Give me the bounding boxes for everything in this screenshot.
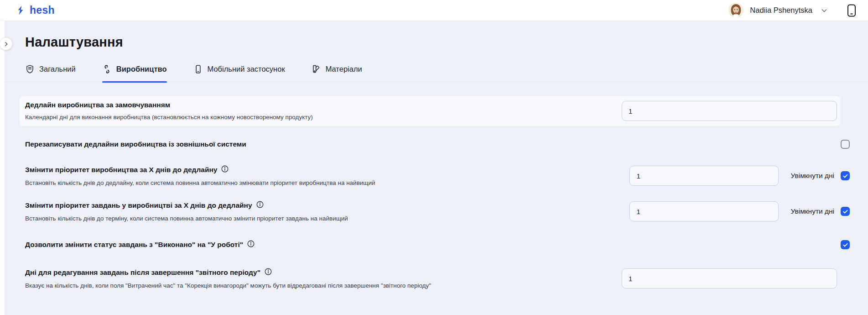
- tab-label: Виробництво: [116, 65, 167, 74]
- brand-logo[interactable]: hesh: [15, 4, 55, 16]
- tab-materials[interactable]: Матеріали: [312, 64, 362, 82]
- setting-title: Змінити пріоритет завдань у виробництві …: [25, 201, 252, 210]
- page-title: Налаштування: [25, 35, 850, 50]
- production-icon: [102, 64, 112, 74]
- setting-row-default-deadline: Дедлайн виробництва за замовчуванням Кал…: [20, 96, 841, 126]
- enable-days-label: Увімкнути дні: [790, 207, 834, 215]
- settings-list: Дедлайн виробництва за замовчуванням Кал…: [25, 82, 850, 295]
- setting-description: Календарні дні для виконання виробництва…: [25, 113, 608, 121]
- tab-general[interactable]: Загальний: [25, 64, 76, 82]
- edit-days-input[interactable]: [622, 268, 837, 289]
- setting-title: Перезаписувати дедлайни виробництва із з…: [25, 140, 246, 149]
- info-icon[interactable]: [256, 200, 264, 211]
- materials-icon: [312, 64, 321, 74]
- top-bar: hesh Nadiia Pshenytska: [0, 0, 868, 21]
- tab-production[interactable]: Виробництво: [102, 64, 167, 82]
- info-icon[interactable]: [221, 165, 229, 175]
- setting-title: Змінити пріоритет виробництва за X днів …: [25, 165, 217, 174]
- production-priority-enable-checkbox[interactable]: [841, 171, 850, 180]
- setting-title: Дедлайн виробництва за замовчуванням: [25, 100, 170, 110]
- setting-row-task-priority: Змінити пріоритет завдань у виробництві …: [25, 195, 850, 227]
- settings-tabs: Загальний Виробництво Мобільний застосун…: [5, 64, 868, 82]
- shield-icon: [25, 64, 35, 74]
- setting-title: Дні для редагування завдань після заверш…: [25, 268, 260, 277]
- enable-days-label: Увімкнути дні: [790, 172, 834, 180]
- allow-status-change-checkbox[interactable]: [841, 240, 850, 249]
- sidebar-expand-button[interactable]: [0, 37, 12, 50]
- user-menu[interactable]: Nadiia Pshenytska: [728, 3, 856, 18]
- lightning-logo-icon: [15, 5, 26, 16]
- default-deadline-input[interactable]: [622, 101, 837, 121]
- production-priority-days-input[interactable]: [629, 166, 779, 186]
- setting-row-production-priority: Змінити пріоритет виробництва за X днів …: [25, 161, 850, 191]
- setting-description: Встановіть кількість днів до терміну, ко…: [25, 215, 616, 223]
- setting-title: Дозволити змінити статус завдань з "Вико…: [25, 240, 243, 249]
- info-icon[interactable]: [264, 268, 272, 278]
- tab-mobile-app[interactable]: Мобільний застосунок: [193, 64, 285, 82]
- setting-description: Вказує на кількість днів, коли поля "Вит…: [25, 282, 608, 290]
- mobile-device-icon[interactable]: [847, 4, 856, 17]
- mobile-icon: [193, 64, 203, 74]
- setting-description: Встановіть кількість днів до дедлайну, к…: [25, 179, 616, 187]
- collapsed-sidebar: [0, 21, 5, 315]
- tab-label: Загальний: [39, 65, 76, 74]
- chevron-down-icon[interactable]: [821, 7, 828, 14]
- setting-row-allow-status-change: Дозволити змінити статус завдань з "Вико…: [25, 232, 850, 257]
- tab-label: Мобільний застосунок: [208, 65, 285, 74]
- info-icon[interactable]: [247, 240, 255, 250]
- avatar[interactable]: [728, 3, 743, 18]
- tab-label: Матеріали: [326, 65, 362, 74]
- brand-name: hesh: [30, 4, 55, 16]
- task-priority-enable-checkbox[interactable]: [841, 207, 850, 216]
- overwrite-deadlines-checkbox[interactable]: [841, 140, 850, 149]
- setting-row-overwrite-deadlines: Перезаписувати дедлайни виробництва із з…: [25, 132, 850, 156]
- task-priority-days-input[interactable]: [629, 201, 779, 221]
- setting-row-edit-days: Дні для редагування завдань після заверш…: [25, 262, 850, 295]
- settings-page: Налаштування Загальний Виробництво: [5, 21, 868, 295]
- user-name: Nadiia Pshenytska: [750, 6, 812, 15]
